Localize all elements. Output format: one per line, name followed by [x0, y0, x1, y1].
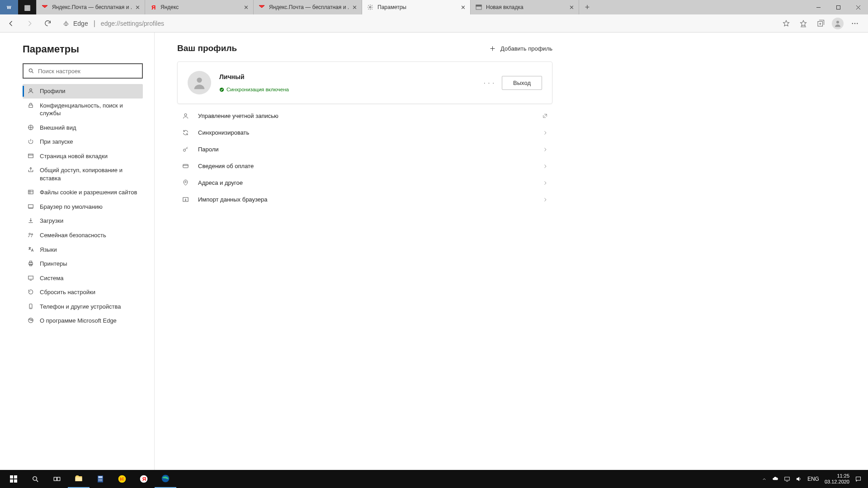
nav-languages[interactable]: Языки — [23, 243, 143, 257]
option-manage-account[interactable]: Управление учетной записью — [177, 108, 552, 124]
taskbar-edge[interactable] — [155, 470, 176, 488]
close-icon[interactable]: ✕ — [569, 4, 574, 11]
taskbar-yandex[interactable]: Я — [133, 470, 155, 488]
start-button[interactable] — [3, 470, 24, 488]
option-addresses[interactable]: Адреса и другое — [177, 174, 552, 191]
nav-appearance[interactable]: Внешний вид — [23, 121, 143, 135]
favorites-hub-icon[interactable] — [796, 16, 811, 31]
maximize-button[interactable] — [828, 0, 848, 14]
cookie-icon — [27, 188, 34, 195]
profile-more-button[interactable]: · · · — [484, 79, 495, 86]
taskbar: 1C Я ENG 11:25 03.12.2020 — [0, 470, 868, 488]
forward-button[interactable] — [22, 16, 37, 31]
nav-privacy[interactable]: Конфиденциальность, поиск и службы — [23, 99, 143, 121]
svg-text:1C: 1C — [119, 477, 124, 481]
collections-icon[interactable] — [813, 16, 828, 31]
pinned-tab-plus[interactable]: ▦ — [18, 0, 36, 14]
tab-yandex-mail-1[interactable]: Яндекс.Почта — бесплатная и ... ✕ — [37, 0, 145, 14]
taskbar-1c[interactable]: 1C — [111, 470, 133, 488]
settings-search-input[interactable] — [38, 68, 137, 75]
window-controls — [808, 0, 868, 14]
profile-options: Управление учетной записью Синхронизиров… — [177, 108, 552, 208]
sync-status-text: Синхронизация включена — [226, 87, 289, 92]
nav-downloads[interactable]: Загрузки — [23, 214, 143, 228]
nav-family[interactable]: Семейная безопасность — [23, 228, 143, 243]
tab-yandex-mail-2[interactable]: Яндекс.Почта — бесплатная и ... ✕ — [254, 0, 362, 14]
nav-printers[interactable]: Принтеры — [23, 257, 143, 271]
refresh-button[interactable] — [40, 16, 55, 31]
nav-system[interactable]: Система — [23, 271, 143, 286]
phone-icon — [27, 303, 34, 310]
option-label: Синхронизировать — [198, 129, 533, 136]
tray-network-icon[interactable] — [784, 476, 790, 482]
favorite-star-icon[interactable] — [778, 16, 794, 31]
add-profile-button[interactable]: Добавить профиль — [489, 45, 552, 52]
tray-chevron-up-icon[interactable] — [762, 477, 767, 482]
nav-reset[interactable]: Сбросить настройки — [23, 285, 143, 300]
nav-share[interactable]: Общий доступ, копирование и вставка — [23, 163, 143, 185]
nav-devices[interactable]: Телефон и другие устройства — [23, 300, 143, 314]
tray-onedrive-icon[interactable] — [772, 476, 778, 482]
address-field[interactable]: Edge | edge://settings/profiles — [58, 17, 776, 30]
settings-search[interactable] — [23, 63, 143, 79]
option-import[interactable]: Импорт данных браузера — [177, 191, 552, 208]
option-label: Пароли — [198, 146, 533, 153]
option-payment[interactable]: Сведения об оплате — [177, 158, 552, 174]
nav-label: Конфиденциальность, поиск и службы — [40, 102, 138, 117]
svg-rect-23 — [28, 190, 33, 194]
svg-rect-59 — [99, 476, 103, 478]
main-header: Ваш профиль Добавить профиль — [177, 43, 552, 53]
sync-icon — [182, 129, 189, 136]
task-view-button[interactable] — [46, 470, 68, 488]
tray-clock[interactable]: 11:25 03.12.2020 — [825, 473, 849, 484]
nav-profiles[interactable]: Профили — [23, 84, 143, 99]
taskbar-search[interactable] — [24, 470, 46, 488]
tray-notifications-icon[interactable] — [855, 476, 862, 483]
system-icon — [27, 274, 34, 281]
nav-label: Загрузки — [40, 217, 63, 225]
check-icon — [219, 87, 224, 92]
close-icon[interactable]: ✕ — [244, 4, 249, 11]
tab-yandex[interactable]: Я Яндекс ✕ — [145, 0, 254, 14]
svg-point-61 — [100, 479, 101, 480]
tab-new[interactable]: Новая вкладка ✕ — [471, 0, 579, 14]
svg-rect-32 — [30, 261, 32, 263]
plus-icon — [489, 45, 496, 52]
nav-newtab[interactable]: Страница новой вкладки — [23, 149, 143, 164]
chevron-right-icon — [542, 180, 548, 186]
taskbar-calculator[interactable] — [90, 470, 111, 488]
page-identity-icon[interactable] — [62, 20, 70, 27]
more-menu-button[interactable] — [847, 16, 863, 31]
option-sync[interactable]: Синхронизировать — [177, 124, 552, 141]
minimize-button[interactable] — [808, 0, 828, 14]
svg-point-44 — [183, 149, 185, 151]
language-icon — [27, 246, 34, 253]
page-title: Ваш профиль — [177, 43, 237, 53]
profile-avatar-button[interactable] — [830, 16, 845, 31]
close-icon[interactable]: ✕ — [135, 4, 140, 11]
back-button[interactable] — [4, 16, 19, 31]
settings-nav: Профили Конфиденциальность, поиск и служ… — [23, 84, 143, 328]
new-tab-button[interactable]: + — [579, 0, 595, 14]
close-window-button[interactable] — [848, 0, 868, 14]
chevron-right-icon — [542, 164, 548, 169]
nav-default-browser[interactable]: Браузер по умолчанию — [23, 200, 143, 214]
logout-button[interactable]: Выход — [502, 76, 542, 90]
close-icon[interactable]: ✕ — [461, 4, 466, 11]
nav-cookies[interactable]: Файлы cookie и разрешения сайтов — [23, 185, 143, 200]
pinned-tab-vk[interactable]: w — [0, 0, 18, 14]
nav-about[interactable]: О программе Microsoft Edge — [23, 314, 143, 328]
svg-rect-33 — [30, 264, 32, 266]
tab-settings[interactable]: Параметры ✕ — [362, 0, 471, 14]
nav-startup[interactable]: При запуске — [23, 135, 143, 149]
svg-rect-49 — [10, 475, 13, 479]
tray-language[interactable]: ENG — [807, 476, 819, 482]
tray-volume-icon[interactable] — [796, 476, 802, 482]
close-icon[interactable]: ✕ — [352, 4, 357, 11]
option-passwords[interactable]: Пароли — [177, 141, 552, 158]
tab-strip: w ▦ Яндекс.Почта — бесплатная и ... ✕ Я … — [0, 0, 868, 14]
nav-label: Телефон и другие устройства — [40, 303, 121, 311]
taskbar-explorer[interactable] — [68, 470, 90, 488]
svg-rect-56 — [57, 477, 60, 481]
yandex-icon: Я — [150, 4, 157, 11]
